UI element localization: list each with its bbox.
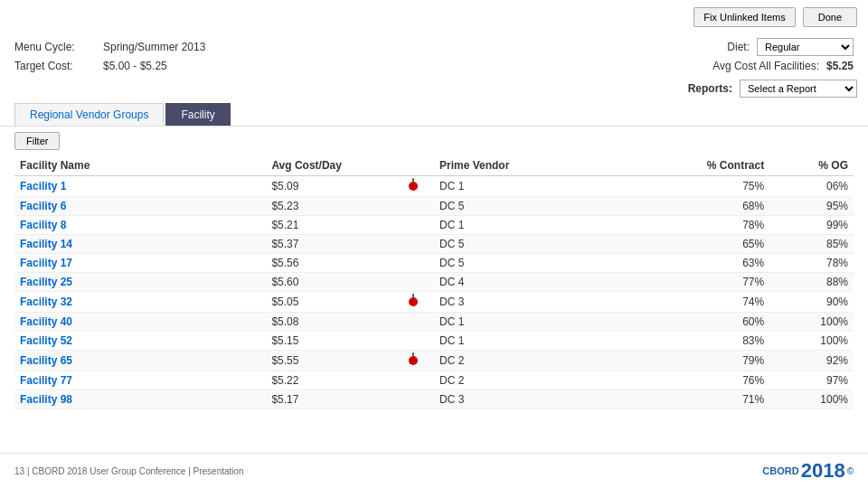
cell-pct-contract: 83% (644, 332, 769, 351)
cell-avg-cost: $5.37 (266, 235, 392, 254)
cell-facility-name[interactable]: Facility 52 (14, 332, 266, 351)
facility-table: Facility Name Avg Cost/Day Prime Vendor … (14, 155, 854, 409)
cell-pct-contract: 63% (644, 254, 769, 273)
menu-cycle-row: Menu Cycle: Spring/Summer 2013 Diet: Reg… (14, 38, 854, 56)
cell-avg-cost: $5.17 (266, 390, 392, 409)
cell-indicator (392, 351, 434, 371)
cell-pct-contract: 68% (644, 197, 769, 216)
alert-icon (409, 356, 418, 365)
cell-vendor: DC 1 (434, 313, 644, 332)
cell-pct-contract: 78% (644, 216, 769, 235)
cell-vendor: DC 4 (434, 273, 644, 292)
tab-regional-vendor-groups[interactable]: Regional Vendor Groups (14, 103, 164, 126)
target-cost-value: $5.00 - $5.25 (103, 60, 230, 72)
cell-indicator (392, 254, 434, 273)
table-header-row: Facility Name Avg Cost/Day Prime Vendor … (14, 155, 854, 176)
target-cost-row: Target Cost: $5.00 - $5.25 Avg Cost All … (14, 60, 854, 72)
table-row: Facility 40 $5.08 DC 1 60% 100% (14, 313, 854, 332)
cell-indicator (392, 390, 434, 409)
cell-avg-cost: $5.05 (266, 292, 392, 313)
cell-avg-cost: $5.15 (266, 332, 392, 351)
top-bar: Fix Unlinked Items Done (0, 0, 868, 34)
table-row: Facility 25 $5.60 DC 4 77% 88% (14, 273, 854, 292)
logo-cbord: CBORD (762, 465, 798, 476)
cell-avg-cost: $5.60 (266, 273, 392, 292)
cell-indicator (392, 235, 434, 254)
cell-pct-og: 06% (769, 176, 854, 197)
table-row: Facility 17 $5.56 DC 5 63% 78% (14, 254, 854, 273)
target-cost-label: Target Cost: (14, 60, 96, 72)
cell-pct-contract: 65% (644, 235, 769, 254)
cell-facility-name[interactable]: Facility 14 (14, 235, 266, 254)
cell-vendor: DC 2 (434, 351, 644, 371)
cell-indicator (392, 371, 434, 390)
cell-vendor: DC 5 (434, 197, 644, 216)
cell-facility-name[interactable]: Facility 6 (14, 197, 266, 216)
table-row: Facility 6 $5.23 DC 5 68% 95% (14, 197, 854, 216)
col-avg-cost-day: Avg Cost/Day (266, 155, 392, 176)
col-facility-name: Facility Name (14, 155, 266, 176)
cell-avg-cost: $5.21 (266, 216, 392, 235)
tabs-row: Regional Vendor Groups Facility (0, 103, 868, 127)
reports-select[interactable]: Select a Report Cost Summary Vendor Repo… (740, 80, 857, 98)
menu-cycle-value: Spring/Summer 2013 (103, 41, 230, 53)
filter-button[interactable]: Filter (14, 132, 60, 150)
cell-facility-name[interactable]: Facility 40 (14, 313, 266, 332)
main-container: Fix Unlinked Items Done Menu Cycle: Spri… (0, 0, 868, 488)
avg-cost-label: Avg Cost All Facilities: (712, 60, 819, 72)
cell-avg-cost: $5.22 (266, 371, 392, 390)
alert-icon (409, 182, 418, 191)
cell-indicator (392, 197, 434, 216)
cell-avg-cost: $5.23 (266, 197, 392, 216)
cell-facility-name[interactable]: Facility 8 (14, 216, 266, 235)
cell-vendor: DC 3 (434, 292, 644, 313)
alert-icon (409, 297, 418, 306)
cell-facility-name[interactable]: Facility 98 (14, 390, 266, 409)
logo-c: © (847, 466, 854, 476)
cell-pct-og: 78% (769, 254, 854, 273)
cell-pct-contract: 76% (644, 371, 769, 390)
table-container: Facility Name Avg Cost/Day Prime Vendor … (0, 155, 868, 453)
cell-avg-cost: $5.55 (266, 351, 392, 371)
cell-indicator (392, 332, 434, 351)
footer: 13 | CBORD 2018 User Group Conference | … (0, 453, 868, 488)
cell-facility-name[interactable]: Facility 1 (14, 176, 266, 197)
reports-label: Reports: (688, 82, 732, 95)
cell-facility-name[interactable]: Facility 32 (14, 292, 266, 313)
diet-select[interactable]: Regular Soft Pureed Low Sodium (757, 38, 854, 56)
cell-facility-name[interactable]: Facility 17 (14, 254, 266, 273)
cell-pct-og: 92% (769, 351, 854, 371)
cell-pct-og: 95% (769, 197, 854, 216)
table-row: Facility 65 $5.55 DC 2 79% 92% (14, 351, 854, 371)
cell-vendor: DC 5 (434, 254, 644, 273)
cell-pct-contract: 60% (644, 313, 769, 332)
diet-label: Diet: (727, 41, 750, 53)
table-row: Facility 77 $5.22 DC 2 76% 97% (14, 371, 854, 390)
table-row: Facility 8 $5.21 DC 1 78% 99% (14, 216, 854, 235)
done-button[interactable]: Done (803, 7, 857, 27)
logo-year: 2018 (801, 459, 845, 483)
table-row: Facility 14 $5.37 DC 5 65% 85% (14, 235, 854, 254)
fix-unlinked-button[interactable]: Fix Unlinked Items (693, 7, 795, 27)
cell-facility-name[interactable]: Facility 25 (14, 273, 266, 292)
cell-indicator (392, 176, 434, 197)
cell-facility-name[interactable]: Facility 65 (14, 351, 266, 371)
table-row: Facility 52 $5.15 DC 1 83% 100% (14, 332, 854, 351)
table-row: Facility 32 $5.05 DC 3 74% 90% (14, 292, 854, 313)
cell-facility-name[interactable]: Facility 77 (14, 371, 266, 390)
reports-row: Reports: Select a Report Cost Summary Ve… (0, 76, 868, 101)
cell-pct-contract: 79% (644, 351, 769, 371)
cell-avg-cost: $5.56 (266, 254, 392, 273)
cell-pct-contract: 75% (644, 176, 769, 197)
cell-indicator (392, 292, 434, 313)
cell-pct-contract: 77% (644, 273, 769, 292)
col-indicator (392, 155, 434, 176)
cell-pct-og: 88% (769, 273, 854, 292)
cell-pct-contract: 74% (644, 292, 769, 313)
tab-facility[interactable]: Facility (165, 103, 230, 126)
cell-indicator (392, 273, 434, 292)
cell-avg-cost: $5.09 (266, 176, 392, 197)
cell-pct-og: 97% (769, 371, 854, 390)
table-row: Facility 1 $5.09 DC 1 75% 06% (14, 176, 854, 197)
info-section: Menu Cycle: Spring/Summer 2013 Diet: Reg… (0, 34, 868, 76)
